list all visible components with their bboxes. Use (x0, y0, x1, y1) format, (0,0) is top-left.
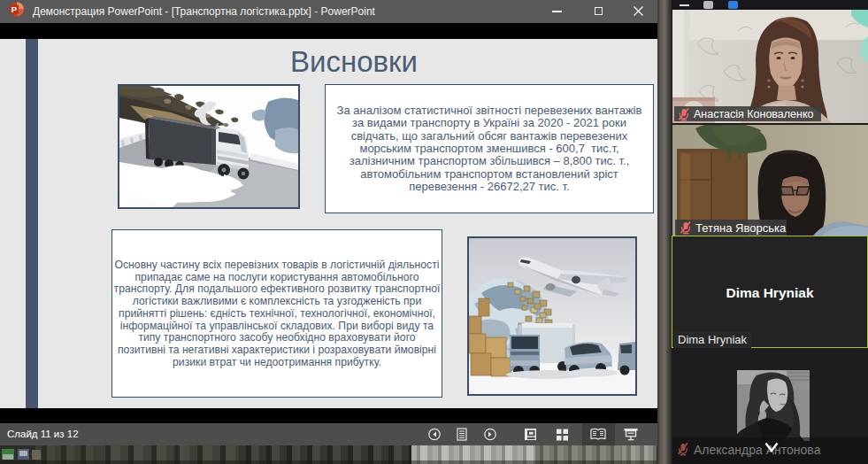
svg-text:P: P (12, 4, 18, 14)
svg-text:Анастасія Коноваленко: Анастасія Коноваленко (694, 108, 814, 120)
svg-text:Тетяна Яворська: Тетяна Яворська (695, 221, 787, 235)
